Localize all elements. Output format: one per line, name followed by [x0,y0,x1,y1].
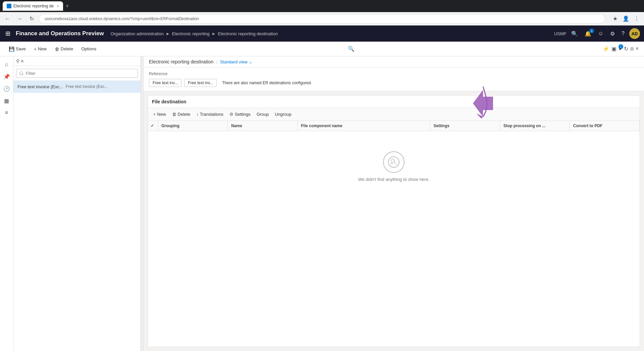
col-header-name[interactable]: Name [228,121,298,131]
standard-view-button[interactable]: Standard view ⌄ [220,59,253,64]
col-header-grouping[interactable]: Grouping [158,121,228,131]
external-icon-cmd[interactable]: ⧈ [630,46,634,52]
empty-icon-svg [388,156,400,168]
notification-icon-cmd[interactable]: ● 1 [619,46,622,52]
filter-input[interactable] [16,69,138,78]
fd-group-button[interactable]: Group [254,110,271,118]
fd-delete-icon: 🗑 [172,112,176,117]
detail-top-bar: Electronic reporting destination | Stand… [144,56,644,67]
list-view-icon[interactable]: ≡ [21,58,23,64]
tab-favicon [7,4,11,8]
nav-modules-icon[interactable]: ≡ [1,107,12,118]
list-panel-toolbar: ⚲ ≡ [13,56,141,66]
breadcrumb-org-admin[interactable]: Organization administration [111,31,164,36]
empty-state-text: We didn't find anything to show here. [358,177,430,182]
layout-icon[interactable]: ▣ [611,46,616,52]
help-icon[interactable]: ? [620,29,627,38]
ref-btn-2[interactable]: Free text inv... [184,79,217,87]
browser-nav-bar: ← → ↻ usnconeboxa1aos.cloud.onebox.dynam… [0,12,644,26]
col-header-component[interactable]: File component name [298,121,430,131]
address-bar[interactable]: usnconeboxa1aos.cloud.onebox.dynamics.co… [39,14,605,23]
notification-bell[interactable]: 🔔 1 [583,29,593,38]
reference-section: Reference Free text inv... Free text inv… [144,67,644,91]
options-button[interactable]: Options [78,44,100,53]
delete-button[interactable]: 🗑 Delete [51,44,77,54]
file-destination-section: File destination + New 🗑 Delete ↕ Transl… [148,95,640,347]
nav-pin-icon[interactable]: 📌 [1,71,12,82]
bookmark-button[interactable]: ★ [610,14,620,23]
app-header: ⊞ Finance and Operations Preview Organiz… [0,26,644,42]
file-dest-title: File destination [152,99,186,104]
app-title: Finance and Operations Preview [16,30,104,37]
refresh-icon-cmd[interactable]: ↻ [624,46,628,52]
list-item-col1: Free text invoice (Exc... [17,84,63,89]
command-search-button[interactable]: 🔍 [346,44,356,53]
delete-icon: 🗑 [55,46,59,52]
detail-wrapper: Electronic reporting destination | Stand… [144,56,644,351]
nav-home-icon[interactable]: ⌂ [1,59,12,70]
reload-button[interactable]: ↻ [27,14,36,23]
detail-page-title: Electronic reporting destination [149,59,213,64]
new-tab-button[interactable]: + [64,3,70,9]
fd-translations-button[interactable]: ↕ Translations [194,110,226,118]
smiley-icon[interactable]: ☺ [596,29,605,38]
fd-settings-icon: ⚙ [229,112,233,117]
file-dest-header: File destination [148,96,640,108]
filter-icon[interactable]: ⚲ [16,58,19,64]
col-header-settings[interactable]: Settings [430,121,500,131]
close-icon-cmd[interactable]: × [636,46,639,52]
app-grid-icon[interactable]: ⊞ [4,29,12,39]
file-dest-toolbar: + New 🗑 Delete ↕ Translations ⚙ Settings… [148,108,640,121]
menu-button[interactable]: ⋮ [632,14,641,23]
breadcrumb: Organization administration ► Electronic… [111,31,278,36]
header-right: USMF 🔍 🔔 1 ☺ ⚙ ? AD [554,28,640,39]
settings-icon-header[interactable]: ⚙ [608,29,617,38]
fd-new-icon: + [153,112,156,117]
chevron-down-icon: ⌄ [249,59,253,64]
list-filter [13,66,141,81]
address-text: usnconeboxa1aos.cloud.onebox.dynamics.co… [45,16,199,21]
fd-ungroup-button[interactable]: Ungroup [272,110,294,118]
save-button[interactable]: 💾 Save [5,44,29,54]
browser-chrome: Electronic reporting de × + [0,0,644,12]
ref-btn-1[interactable]: Free text inv... [149,79,181,87]
tab-close-btn[interactable]: × [57,4,59,8]
empty-state-icon [383,151,405,173]
forward-button[interactable]: → [15,14,24,23]
left-nav: ⌂ 📌 🕐 ▦ ≡ [0,56,13,351]
col-header-convert[interactable]: Convert to PDF [570,121,640,131]
resize-handle[interactable]: ··· [141,56,144,351]
col-header-stop[interactable]: Stop processing on ... [500,121,570,131]
command-bar-right: ⚡ ▣ ● 1 ↻ ⧈ × [603,46,639,52]
nav-workspaces-icon[interactable]: ▦ [1,95,12,106]
profile-button[interactable]: 👤 [621,14,631,23]
user-code: USMF [554,31,567,36]
breadcrumb-sep-2: ► [212,31,216,36]
main-layout: ⌂ 📌 🕐 ▦ ≡ ⚲ ≡ Free text invoice (Exc... … [0,56,644,351]
detail-pipe: | [216,59,217,64]
fd-translations-icon: ↕ [196,112,199,117]
avatar[interactable]: AD [629,28,640,39]
command-bar: 💾 Save + New 🗑 Delete Options 🔍 ⚡ ▣ ● 1 … [0,42,644,56]
breadcrumb-er[interactable]: Electronic reporting [172,31,210,36]
notification-count: 1 [589,29,594,33]
fd-new-button[interactable]: + New [151,110,169,118]
list-item[interactable]: Free text invoice (Exc... Free text invo… [13,81,141,93]
fd-settings-button[interactable]: ⚙ Settings [227,110,253,118]
list-panel: ⚲ ≡ Free text invoice (Exc... Free text … [13,56,141,351]
tab-title: Electronic reporting de [13,4,54,8]
file-dest-table: ✓ Grouping Name File component name Sett… [148,121,640,347]
browser-tab[interactable]: Electronic reporting de × [3,1,63,11]
cmd-badge: 1 [619,44,623,49]
nav-recent-icon[interactable]: 🕐 [1,83,12,94]
back-button[interactable]: ← [3,14,12,23]
breadcrumb-er-dest[interactable]: Electronic reporting destination [218,31,278,36]
new-button[interactable]: + New [31,44,50,54]
ref-note: There are also named ER destinations con… [222,81,312,85]
fd-delete-button[interactable]: 🗑 Delete [169,110,193,118]
search-icon-header[interactable]: 🔍 [569,29,580,38]
lightning-icon[interactable]: ⚡ [603,46,609,52]
new-plus-icon: + [34,46,37,52]
col-header-check[interactable]: ✓ [148,121,158,131]
reference-label: Reference [149,71,639,76]
